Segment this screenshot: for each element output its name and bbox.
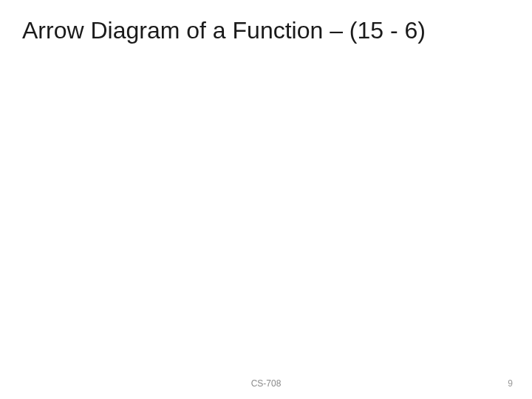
slide-title: Arrow Diagram of a Function – (15 - 6)	[22, 16, 517, 44]
footer-course-code: CS-708	[0, 378, 532, 389]
footer-page-number: 9	[508, 378, 513, 389]
slide-container: Arrow Diagram of a Function – (15 - 6) C…	[0, 0, 532, 399]
